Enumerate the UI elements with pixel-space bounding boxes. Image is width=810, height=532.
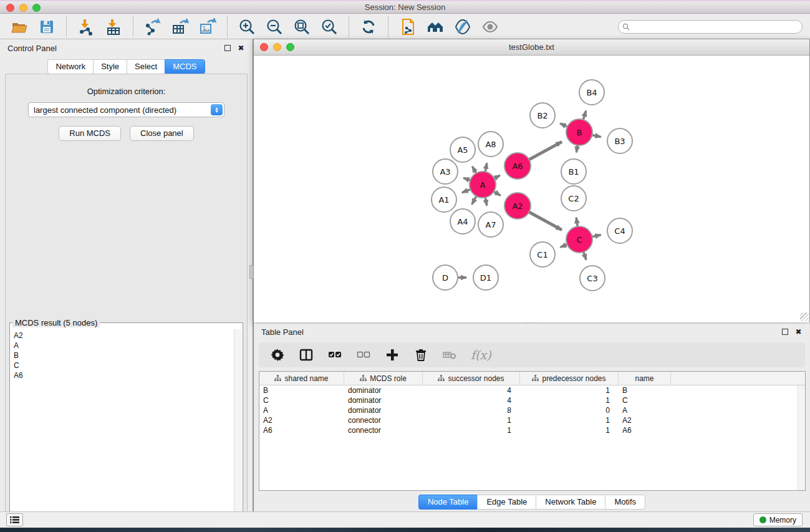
- net-maximize-icon[interactable]: [286, 43, 294, 51]
- node-A4[interactable]: A4: [450, 209, 475, 234]
- run-mcds-button[interactable]: Run MCDS: [59, 126, 121, 141]
- tab-style[interactable]: Style: [93, 59, 127, 74]
- node-B3[interactable]: B3: [607, 128, 632, 153]
- node-B1[interactable]: B1: [561, 159, 586, 184]
- edge-B-B3[interactable]: [592, 135, 601, 137]
- edge-B-B4[interactable]: [583, 111, 586, 120]
- edge-C-C3[interactable]: [584, 252, 586, 260]
- tab-mcds[interactable]: MCDS: [165, 59, 205, 74]
- table-scrollbar[interactable]: [798, 385, 805, 490]
- result-item[interactable]: B: [14, 351, 234, 360]
- result-item[interactable]: A: [14, 341, 234, 351]
- node-C[interactable]: C: [566, 226, 592, 253]
- net-close-icon[interactable]: [260, 43, 268, 51]
- tab-network[interactable]: Network: [47, 59, 93, 74]
- show-graphics-icon[interactable]: [481, 17, 499, 36]
- node-D[interactable]: D: [433, 265, 458, 290]
- edge-C-C1[interactable]: [561, 244, 567, 247]
- close-panel-icon[interactable]: ✖: [237, 44, 245, 52]
- panel-list-button[interactable]: [6, 513, 23, 526]
- edge-A-A8[interactable]: [485, 163, 487, 172]
- node-C4[interactable]: C4: [607, 218, 632, 243]
- split-columns-icon[interactable]: [299, 347, 314, 362]
- float-table-panel-icon[interactable]: [782, 329, 788, 335]
- table-row[interactable]: A6connector11A6: [259, 425, 805, 435]
- edge-A-A5[interactable]: [472, 167, 476, 173]
- edge-A-A1[interactable]: [462, 190, 471, 193]
- node-A3[interactable]: A3: [433, 159, 458, 184]
- import-network-icon[interactable]: [77, 17, 95, 36]
- node-A[interactable]: A: [470, 172, 496, 198]
- refresh-icon[interactable]: [359, 17, 378, 36]
- delete-icon[interactable]: [413, 347, 428, 362]
- node-A8[interactable]: A8: [478, 132, 503, 157]
- close-panel-button[interactable]: Close panel: [130, 126, 194, 141]
- hide-details-icon[interactable]: [453, 17, 472, 36]
- clear-table-icon[interactable]: [442, 347, 457, 362]
- edge-B-B1[interactable]: [576, 145, 577, 153]
- node-A5[interactable]: A5: [450, 137, 475, 162]
- edge-A-A4[interactable]: [472, 196, 476, 204]
- result-item[interactable]: A2: [14, 331, 234, 341]
- result-item[interactable]: C: [14, 360, 234, 370]
- close-table-panel-icon[interactable]: ✖: [794, 327, 803, 336]
- close-window-icon[interactable]: [6, 4, 14, 12]
- resize-grip-icon[interactable]: [800, 312, 809, 321]
- minimize-window-icon[interactable]: [19, 4, 27, 12]
- node-A1[interactable]: A1: [432, 187, 456, 212]
- node-B[interactable]: B: [566, 119, 592, 145]
- zoom-selected-icon[interactable]: [320, 17, 339, 36]
- edge-C-C4[interactable]: [592, 235, 601, 237]
- edge-A6-B[interactable]: [529, 142, 561, 160]
- table-row[interactable]: Adominator80A: [259, 405, 805, 415]
- node-A2[interactable]: A2: [504, 193, 531, 219]
- node-table[interactable]: shared nameMCDS rolesuccessor nodesprede…: [259, 371, 806, 491]
- float-panel-icon[interactable]: [224, 45, 231, 51]
- checked-pair-icon[interactable]: [327, 347, 342, 362]
- import-table-icon[interactable]: [104, 17, 123, 36]
- traffic-lights[interactable]: [6, 4, 41, 12]
- open-file-icon[interactable]: [10, 17, 29, 36]
- edge-A-A7[interactable]: [485, 198, 487, 206]
- save-session-icon[interactable]: [37, 17, 56, 36]
- node-C3[interactable]: C3: [580, 266, 605, 291]
- function-builder-icon[interactable]: f(x): [471, 348, 491, 362]
- node-A7[interactable]: A7: [478, 212, 503, 237]
- result-scrollbar[interactable]: [234, 329, 242, 532]
- export-image-icon[interactable]: [198, 17, 217, 36]
- memory-button[interactable]: Memory: [753, 513, 803, 526]
- network-window-titlebar[interactable]: testGlobe.txt: [254, 39, 809, 56]
- tab-edge-table[interactable]: Edge Table: [477, 495, 536, 510]
- home-icon[interactable]: [426, 17, 445, 36]
- table-row[interactable]: Cdominator41C: [259, 395, 805, 405]
- edge-C-C2[interactable]: [576, 218, 577, 226]
- mcds-result-list[interactable]: A2ABCA6: [11, 329, 234, 532]
- column-header-MCDS-role[interactable]: MCDS role: [344, 372, 423, 385]
- net-minimize-icon[interactable]: [273, 43, 281, 51]
- node-C2[interactable]: C2: [561, 186, 586, 211]
- maximize-window-icon[interactable]: [32, 4, 41, 12]
- network-graph[interactable]: B4B2BB3A5A8A6A3B1AA1C2A2A4A7C4CC1DD1C3: [254, 56, 809, 322]
- tab-motifs[interactable]: Motifs: [605, 495, 645, 510]
- zoom-in-icon[interactable]: [238, 17, 256, 36]
- node-C1[interactable]: C1: [530, 242, 555, 267]
- column-header-successor-nodes[interactable]: successor nodes: [423, 372, 520, 385]
- edge-A-A3[interactable]: [463, 178, 470, 180]
- zoom-out-icon[interactable]: [265, 17, 284, 36]
- node-B4[interactable]: B4: [579, 80, 604, 105]
- table-row[interactable]: Bdominator41B: [259, 385, 805, 395]
- edge-A-A6[interactable]: [494, 175, 500, 178]
- new-network-icon[interactable]: [398, 17, 417, 36]
- criterion-dropdown[interactable]: largest connected component (directed) ▲…: [28, 102, 224, 117]
- edge-A2-C[interactable]: [529, 212, 561, 230]
- tab-node-table[interactable]: Node Table: [418, 495, 478, 510]
- tab-network-table[interactable]: Network Table: [536, 495, 605, 510]
- add-column-icon[interactable]: [385, 347, 400, 362]
- search-input[interactable]: [618, 20, 803, 34]
- node-B2[interactable]: B2: [530, 103, 555, 128]
- export-network-icon[interactable]: [143, 17, 162, 36]
- tab-select[interactable]: Select: [127, 59, 165, 74]
- column-header-predecessor-nodes[interactable]: predecessor nodes: [520, 372, 619, 385]
- gear-icon[interactable]: [270, 347, 285, 362]
- table-row[interactable]: A2connector11A2: [259, 415, 805, 425]
